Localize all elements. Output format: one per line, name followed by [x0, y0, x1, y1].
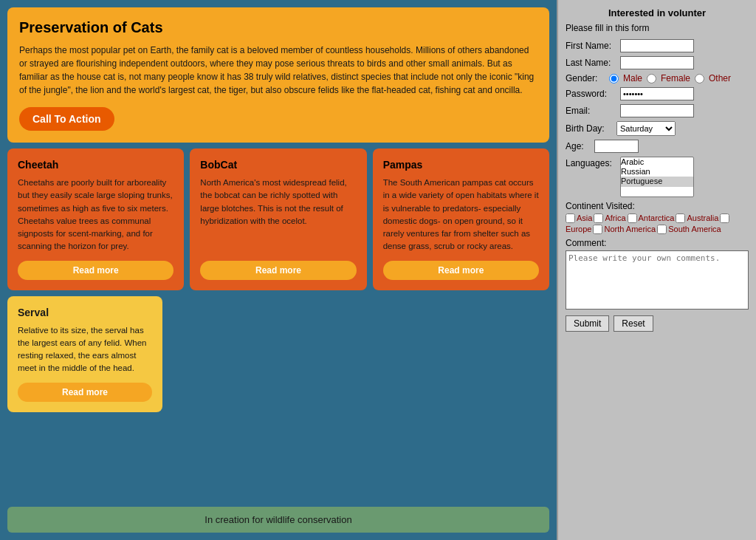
footer-bar: In creation for wildlife conservation — [7, 507, 549, 533]
comment-textarea[interactable] — [566, 250, 749, 310]
password-label: Password: — [566, 89, 617, 99]
birthday-label: Birth Day: — [566, 123, 614, 134]
main-content: Preservation of Cats Perhaps the most po… — [0, 0, 557, 540]
bobcat-card: BobCat North America's most widespread f… — [190, 148, 366, 290]
password-input[interactable] — [620, 87, 694, 100]
submit-button[interactable]: Submit — [566, 315, 609, 332]
continent-australia-checkbox[interactable] — [676, 213, 685, 223]
cheetah-title: Cheetah — [18, 159, 173, 171]
gender-female-radio[interactable] — [647, 74, 656, 83]
cheetah-card: Cheetah Cheetahs are poorly built for ar… — [7, 148, 184, 290]
form-intro: Please fill in this form — [566, 23, 749, 33]
serval-title: Serval — [18, 307, 152, 318]
bobcat-description: North America's most widespread felid, t… — [200, 177, 356, 228]
gender-options: Male Female Other — [609, 73, 731, 83]
continent-northamerica-label: North America — [604, 225, 656, 234]
bobcat-read-more-button[interactable]: Read more — [200, 261, 356, 280]
first-name-row: First Name: — [566, 39, 749, 52]
pampas-read-more-button[interactable]: Read more — [383, 261, 539, 280]
serval-read-more-button[interactable]: Read more — [18, 383, 152, 402]
continent-label: Continent Visited: — [566, 201, 749, 211]
serval-description: Relative to its size, the serval has the… — [18, 324, 152, 375]
gender-male-radio[interactable] — [609, 74, 619, 83]
gender-other-label: Other — [709, 73, 731, 83]
gender-male-label: Male — [623, 73, 642, 83]
reset-button[interactable]: Reset — [614, 315, 653, 332]
languages-label: Languages: — [566, 158, 617, 168]
continent-europe-label: Europe — [566, 225, 591, 234]
hero-description: Perhaps the most popular pet on Earth, t… — [19, 44, 537, 97]
languages-row: Languages: Arabic Russian Portuguese — [566, 157, 749, 197]
email-input[interactable] — [620, 104, 694, 117]
serval-card: Serval Relative to its size, the serval … — [7, 296, 162, 412]
comment-label: Comment: — [566, 238, 749, 248]
birthday-select[interactable]: Saturday Sunday Monday Tuesday Wednesday… — [616, 121, 676, 136]
password-row: Password: — [566, 87, 749, 100]
form-buttons: Submit Reset — [566, 315, 749, 332]
age-label: Age: — [566, 141, 591, 151]
sidebar-form: Interested in volunter Please fill in th… — [557, 0, 756, 540]
gender-row: Gender: Male Female Other — [566, 73, 749, 83]
continent-southamerica-checkbox[interactable] — [657, 225, 667, 234]
email-label: Email: — [566, 106, 617, 116]
bottom-row: Serval Relative to its size, the serval … — [7, 296, 549, 412]
last-name-label: Last Name: — [566, 58, 617, 68]
continent-australia-label: Australia — [687, 213, 718, 223]
continent-europe-checkbox[interactable] — [720, 213, 729, 223]
pampas-title: Pampas — [383, 159, 539, 171]
gender-female-label: Female — [661, 73, 690, 83]
continent-southamerica-label: South America — [668, 225, 721, 234]
continent-africa-label: Africa — [605, 213, 625, 223]
continent-antarctica-checkbox[interactable] — [628, 213, 637, 223]
hero-title: Preservation of Cats — [19, 19, 537, 36]
birthday-row: Birth Day: Saturday Sunday Monday Tuesda… — [566, 121, 749, 136]
continent-africa-checkbox[interactable] — [594, 213, 603, 223]
first-name-input[interactable] — [620, 39, 694, 52]
continent-options: Asia Africa Antarctica Australia Europe … — [566, 213, 749, 234]
main-left: Preservation of Cats Perhaps the most po… — [7, 7, 549, 533]
continent-asia-label: Asia — [577, 213, 592, 223]
hero-card: Preservation of Cats Perhaps the most po… — [7, 7, 549, 143]
age-row: Age: — [566, 140, 749, 153]
footer-text: In creation for wildlife conservation — [205, 514, 351, 525]
continent-northamerica-checkbox[interactable] — [593, 225, 602, 234]
gender-other-radio[interactable] — [695, 74, 704, 83]
continent-section: Continent Visited: Asia Africa Antarctic… — [566, 201, 749, 234]
cheetah-read-more-button[interactable]: Read more — [18, 261, 173, 280]
pampas-description: The South American pampas cat occurs in … — [383, 177, 539, 253]
email-row: Email: — [566, 104, 749, 117]
cta-button[interactable]: Call To Action — [19, 107, 114, 131]
cheetah-description: Cheetahs are poorly built for arborealit… — [18, 177, 173, 253]
bobcat-title: BobCat — [200, 159, 356, 171]
languages-select[interactable]: Arabic Russian Portuguese — [620, 157, 694, 197]
comment-section: Comment: — [566, 238, 749, 312]
continent-asia-checkbox[interactable] — [566, 213, 575, 223]
gender-label: Gender: — [566, 73, 606, 83]
sidebar-title: Interested in volunter — [566, 7, 749, 18]
pampas-card: Pampas The South American pampas cat occ… — [373, 148, 549, 290]
last-name-input[interactable] — [620, 56, 694, 69]
cards-row: Cheetah Cheetahs are poorly built for ar… — [7, 148, 549, 290]
last-name-row: Last Name: — [566, 56, 749, 69]
first-name-label: First Name: — [566, 41, 617, 51]
continent-antarctica-label: Antarctica — [639, 213, 675, 223]
age-input[interactable] — [594, 140, 639, 153]
